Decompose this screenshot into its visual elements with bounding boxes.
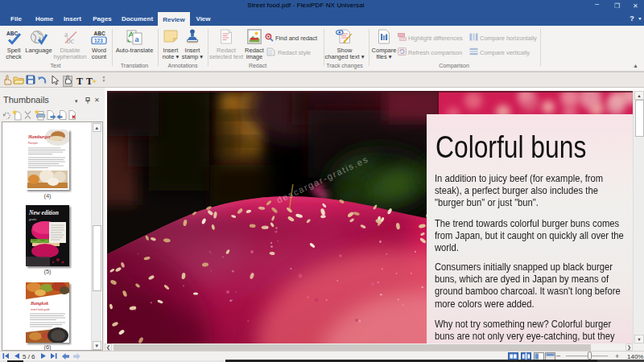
svg-text:Hamburger: Hamburger (27, 134, 52, 139)
svg-text:gratis: gratis (29, 217, 37, 221)
svg-text:ABC: ABC (94, 31, 105, 36)
svg-text:123: 123 (94, 38, 103, 43)
svg-text:Bangkok: Bangkok (30, 301, 48, 306)
svg-text:ABC: ABC (6, 31, 18, 36)
svg-text:Rezepte: Rezepte (28, 142, 38, 145)
svg-text:New edition: New edition (28, 209, 59, 216)
svg-text:street food guide: street food guide (31, 308, 50, 311)
